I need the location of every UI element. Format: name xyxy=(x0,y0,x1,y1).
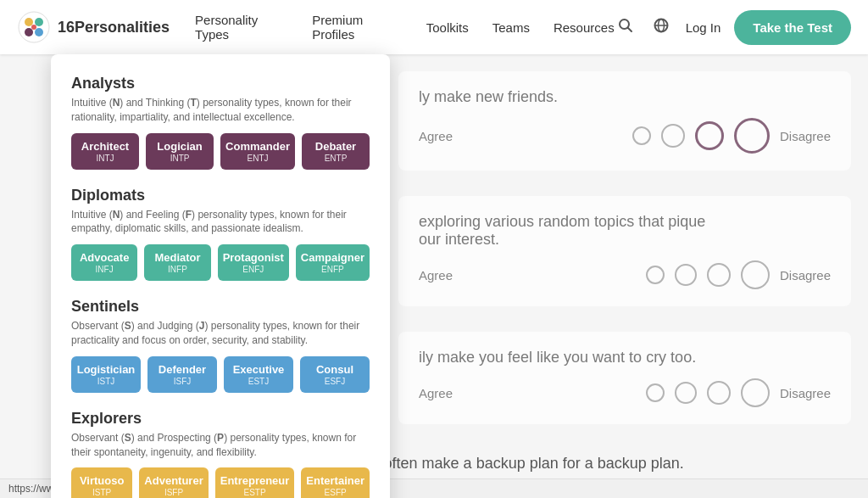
q3-radio-2[interactable] xyxy=(675,382,697,404)
type-commander[interactable]: Commander ENTJ xyxy=(220,133,295,170)
q1-radio-4[interactable] xyxy=(734,118,770,154)
type-protagonist[interactable]: Protagonist ENFJ xyxy=(218,244,289,281)
explorers-desc: Observant (S) and Prospecting (P) person… xyxy=(71,431,370,460)
svg-line-7 xyxy=(627,27,632,31)
q1-agree-label: Agree xyxy=(419,129,453,143)
type-consul[interactable]: Consul ESFJ xyxy=(300,356,370,393)
nav-toolkits[interactable]: Toolkits xyxy=(426,20,469,35)
main-nav: Personality Types Premium Profiles Toolk… xyxy=(195,13,615,42)
header: 16Personalities Personality Types Premiu… xyxy=(0,0,868,54)
type-campaigner[interactable]: Campaigner ENFP xyxy=(296,244,370,281)
type-executive[interactable]: Executive ESTJ xyxy=(224,356,293,393)
main-area: ly make new friends. Agree Disagree expl… xyxy=(0,54,868,498)
sentinels-title: Sentinels xyxy=(71,298,370,316)
svg-point-3 xyxy=(25,28,33,36)
q3-disagree-label: Disagree xyxy=(780,386,831,400)
analysts-title: Analysts xyxy=(71,75,370,92)
take-test-button[interactable]: Take the Test xyxy=(734,10,851,45)
type-advocate[interactable]: Advocate INFJ xyxy=(71,244,137,281)
logo-text: 16Personalities xyxy=(58,19,170,36)
explorers-title: Explorers xyxy=(71,410,370,428)
diplomats-grid: Advocate INFJ Mediator INFP Protagonist … xyxy=(71,244,370,281)
q2-options: Agree Disagree xyxy=(419,260,831,289)
type-logistician[interactable]: Logistician ISTJ xyxy=(71,356,141,393)
quiz-question-1: ly make new friends. Agree Disagree xyxy=(398,71,851,171)
nav-personality-types[interactable]: Personality Types xyxy=(195,13,288,42)
q2-radio-1[interactable] xyxy=(646,266,665,284)
analysts-section: Analysts Intuitive (N) and Thinking (T) … xyxy=(71,75,370,170)
logo[interactable]: 16Personalities xyxy=(17,10,170,44)
quiz-question-3: ily make you feel like you want to cry t… xyxy=(398,332,851,424)
q2-radio-2[interactable] xyxy=(675,264,697,286)
q2-text: exploring various random topics that piq… xyxy=(419,213,831,249)
type-debater[interactable]: Debater ENTP xyxy=(302,133,370,170)
logo-icon xyxy=(17,10,51,44)
q1-radio-3[interactable] xyxy=(695,121,724,150)
type-architect[interactable]: Architect INTJ xyxy=(71,133,139,170)
q3-radio-1[interactable] xyxy=(646,383,665,402)
nav-teams[interactable]: Teams xyxy=(492,20,530,35)
sentinels-desc: Observant (S) and Judging (J) personalit… xyxy=(71,319,370,348)
type-logician[interactable]: Logician INTP xyxy=(146,133,214,170)
q3-text: ily make you feel like you want to cry t… xyxy=(419,349,831,367)
q1-radio-2[interactable] xyxy=(661,124,685,148)
analysts-grid: Architect INTJ Logician INTP Commander E… xyxy=(71,133,370,170)
personality-types-dropdown: Analysts Intuitive (N) and Thinking (T) … xyxy=(51,54,390,498)
globe-icon xyxy=(654,18,669,33)
diplomats-title: Diplomats xyxy=(71,187,370,204)
svg-point-4 xyxy=(35,28,43,36)
q2-radio-3[interactable] xyxy=(707,263,731,287)
q1-disagree-label: Disagree xyxy=(780,129,831,143)
q2-disagree-label: Disagree xyxy=(780,268,831,283)
nav-resources[interactable]: Resources xyxy=(554,20,615,35)
q1-radio-1[interactable] xyxy=(632,126,651,145)
header-right: Log In Take the Test xyxy=(615,10,851,45)
q1-options: Agree Disagree xyxy=(419,118,831,154)
type-entertainer[interactable]: Entertainer ESFP xyxy=(301,467,370,498)
search-button[interactable] xyxy=(615,14,637,41)
svg-point-2 xyxy=(35,18,43,26)
nav-premium-profiles[interactable]: Premium Profiles xyxy=(312,13,402,42)
sentinels-section: Sentinels Observant (S) and Judging (J) … xyxy=(71,298,370,393)
type-entrepreneur[interactable]: Entrepreneur ESTP xyxy=(215,467,295,498)
analysts-desc: Intuitive (N) and Thinking (T) personali… xyxy=(71,96,370,125)
q3-agree-label: Agree xyxy=(419,386,453,400)
q1-text: ly make new friends. xyxy=(419,88,831,106)
type-adventurer[interactable]: Adventurer ISFP xyxy=(139,467,208,498)
diplomats-desc: Intuitive (N) and Feeling (F) personalit… xyxy=(71,208,370,237)
type-virtuoso[interactable]: Virtuoso ISTP xyxy=(71,467,132,498)
q2-radio-4[interactable] xyxy=(741,260,770,289)
globe-button[interactable] xyxy=(650,14,672,41)
explorers-section: Explorers Observant (S) and Prospecting … xyxy=(71,410,370,498)
explorers-grid: Virtuoso ISTP Adventurer ISFP Entreprene… xyxy=(71,467,370,498)
quiz-question-2: exploring various random topics that piq… xyxy=(398,196,851,306)
search-icon xyxy=(618,18,633,33)
quiz-content: ly make new friends. Agree Disagree expl… xyxy=(381,54,868,498)
svg-point-5 xyxy=(31,25,36,30)
q2-agree-label: Agree xyxy=(419,268,453,283)
login-button[interactable]: Log In xyxy=(686,20,721,35)
sentinels-grid: Logistician ISTJ Defender ISFJ Executive… xyxy=(71,356,370,393)
diplomats-section: Diplomats Intuitive (N) and Feeling (F) … xyxy=(71,187,370,282)
type-defender[interactable]: Defender ISFJ xyxy=(147,356,217,393)
q3-radio-4[interactable] xyxy=(741,378,770,407)
type-mediator[interactable]: Mediator INFP xyxy=(144,244,210,281)
svg-point-1 xyxy=(25,18,33,26)
q3-radio-3[interactable] xyxy=(707,381,731,405)
q3-options: Agree Disagree xyxy=(419,378,831,407)
